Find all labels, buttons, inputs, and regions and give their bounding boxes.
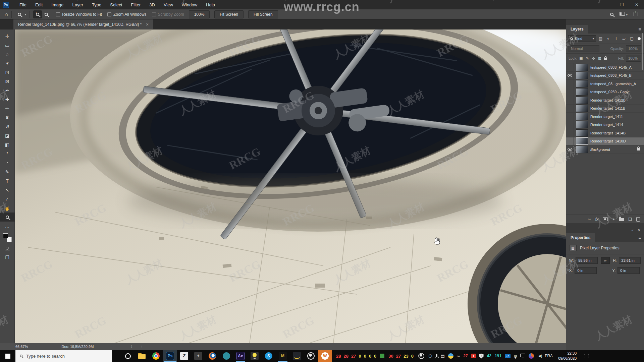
lock-transparent-pixels-icon[interactable]: ▦ (579, 56, 583, 61)
lock-all-icon[interactable] (604, 58, 607, 60)
visibility-toggle[interactable] (566, 129, 574, 137)
quick-selection-tool[interactable]: ✶ (0, 59, 15, 68)
toolbar-ellipsis-icon[interactable]: … (0, 222, 15, 231)
chevron-down-icon[interactable]: ▾ (25, 13, 26, 16)
notification-badge-icon[interactable]: 1 (471, 354, 476, 358)
menu-3d[interactable]: 3D (145, 1, 159, 9)
layer-row[interactable]: Render target_1414 (566, 121, 644, 129)
delete-layer-icon[interactable] (636, 218, 640, 222)
share-icon[interactable] (634, 12, 638, 16)
taskbar-app-chrome[interactable] (149, 350, 163, 362)
creative-cloud-tray-icon[interactable]: ∞ (457, 354, 460, 359)
usb-tray-icon[interactable]: ψ (514, 354, 517, 359)
layer-thumbnail[interactable] (576, 146, 588, 153)
type-layer-filter-icon[interactable]: T (612, 36, 620, 41)
taskbar-app-explorer[interactable] (135, 350, 149, 362)
crop-tool[interactable]: ⊡ (0, 68, 15, 77)
lock-artboard-icon[interactable]: ⊡ (598, 56, 601, 61)
checkbox-icon[interactable] (107, 12, 111, 16)
zoom-out-button[interactable]: – (42, 10, 51, 18)
panel-menu-icon[interactable]: ≡ (635, 233, 644, 242)
color-app-tray-icon[interactable] (529, 353, 534, 359)
visibility-toggle[interactable] (566, 88, 574, 96)
x-field[interactable]: 0 in (575, 267, 597, 274)
tab-layers[interactable]: Layers (566, 25, 588, 34)
collapse-panel-icon[interactable]: « (632, 228, 634, 232)
layer-thumbnail[interactable] (576, 138, 588, 144)
type-tool[interactable]: T (0, 176, 15, 185)
healing-brush-tool[interactable]: ✚ (0, 95, 15, 104)
layer-thumbnail[interactable] (576, 80, 588, 87)
taskbar-app-w-app[interactable]: W (318, 350, 332, 362)
menu-edit[interactable]: Edit (31, 1, 47, 9)
document-tab[interactable]: Render target_1410B.png @ 66,7% (Render … (13, 19, 153, 29)
taskbar-app-after-effects[interactable]: Ae (233, 350, 248, 362)
minimize-button[interactable]: – (600, 1, 614, 9)
visibility-toggle[interactable] (566, 145, 574, 154)
visibility-toggle[interactable] (566, 80, 574, 88)
layer-thumbnail[interactable] (576, 105, 588, 112)
move-tool[interactable]: ✛ (0, 32, 15, 41)
layer-row[interactable]: Render target_1410D (566, 137, 644, 146)
status-next-icon[interactable]: 〉 (130, 344, 134, 349)
layer-thumbnail[interactable] (576, 64, 588, 71)
taskbar-app-obs[interactable] (304, 350, 318, 362)
restore-button[interactable]: ❐ (614, 1, 629, 9)
menu-window[interactable]: Window (177, 1, 202, 9)
layer-row[interactable]: Render target_1412B (566, 96, 644, 105)
network-display-tray-icon[interactable] (520, 354, 525, 357)
link-layers-icon[interactable]: ∞ (588, 217, 591, 222)
visibility-toggle[interactable] (566, 63, 574, 71)
new-layer-icon[interactable]: ❏ (628, 217, 632, 222)
taskbar-app-arc-app[interactable] (290, 350, 304, 362)
security-shield-icon[interactable]: ! (479, 354, 484, 359)
close-button[interactable]: ✕ (629, 1, 644, 9)
layer-row[interactable]: testspeed_0259 - Copy (566, 88, 644, 97)
color-swatches[interactable] (3, 233, 12, 242)
dodge-tool[interactable]: ◔ (0, 158, 15, 167)
filter-pin-icon[interactable] (638, 37, 641, 40)
y-field[interactable]: 0 in (618, 267, 640, 274)
language-indicator[interactable]: FRA (545, 354, 553, 358)
resize-windows-checkbox[interactable]: Resize Windows to Fit (56, 12, 102, 17)
canvas[interactable] (15, 29, 566, 343)
taskbar-app-zbrush[interactable]: Z (177, 350, 191, 362)
visibility-toggle[interactable] (566, 113, 574, 121)
hand-tool[interactable]: ☝ (0, 203, 15, 213)
menu-filter[interactable]: Filter (126, 1, 145, 9)
zoom-all-windows-checkbox[interactable]: Zoom All Windows (107, 12, 147, 17)
lock-image-pixels-icon[interactable]: ✎ (586, 56, 589, 61)
workspace-icon[interactable]: ▾ (620, 12, 628, 17)
layer-row[interactable]: testspeed_03...garovship_A (566, 80, 644, 88)
foreground-color-swatch[interactable] (3, 233, 8, 238)
zoom-tool[interactable] (0, 213, 15, 222)
zoom-100-button[interactable]: 100% (189, 10, 210, 18)
adjustment-layer-icon[interactable]: ◑ (612, 217, 614, 222)
zoom-in-button[interactable]: + (33, 10, 42, 18)
taskbar-app-photoshop[interactable]: Ps (163, 350, 177, 362)
obs-tray-icon[interactable] (418, 353, 424, 359)
taskbar-app-blender[interactable] (205, 350, 219, 362)
shape-layer-filter-icon[interactable]: ▱ (620, 36, 628, 41)
fill-screen-button[interactable]: Fill Screen (248, 10, 278, 18)
menu-file[interactable]: File (15, 1, 31, 9)
blur-tool[interactable]: ❜ (0, 149, 15, 158)
layer-row[interactable]: Render target_1411 (566, 113, 644, 121)
smart-object-filter-icon[interactable]: ▢ (628, 36, 636, 41)
layer-thumbnail[interactable] (576, 88, 588, 95)
layer-row[interactable]: Render target_1414B (566, 129, 644, 137)
zoom-tool-icon[interactable] (15, 10, 24, 18)
layer-thumbnail[interactable] (576, 130, 588, 136)
eyedropper-tool[interactable]: ✒ (0, 86, 15, 95)
frame-tool[interactable]: ⊠ (0, 77, 15, 86)
menu-select[interactable]: Select (106, 1, 126, 9)
layer-row[interactable]: Background (566, 145, 644, 154)
zoom-level[interactable]: 66,67% (15, 345, 28, 349)
tab-properties[interactable]: Properties (566, 233, 595, 242)
layer-effects-icon[interactable]: fx (595, 217, 598, 222)
lasso-tool[interactable]: ◌ (0, 50, 15, 59)
home-icon[interactable]: ⌂ (5, 11, 8, 17)
menu-help[interactable]: Help (202, 1, 219, 9)
visibility-toggle[interactable] (566, 96, 574, 104)
path-select-tool[interactable]: ↖ (0, 185, 15, 194)
